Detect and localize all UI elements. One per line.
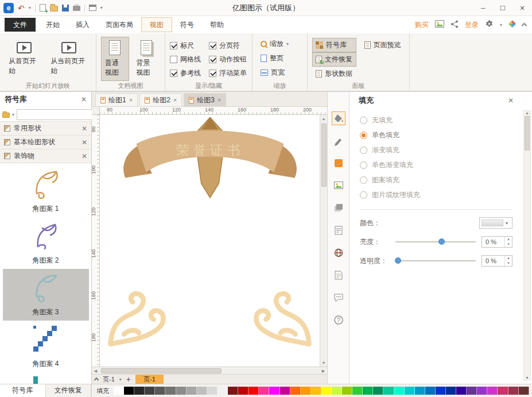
maximize-button[interactable]: ☐ (493, 0, 512, 16)
file-recovery-button[interactable]: 文件恢复 (312, 52, 356, 67)
tab-page-layout[interactable]: 页面布局 (98, 17, 141, 33)
close-section-icon[interactable]: ✕ (81, 152, 87, 160)
palette-swatch[interactable] (394, 387, 405, 395)
radio-pattern-fill[interactable]: 图案填充 (360, 172, 512, 187)
radio-solid-gradient-fill[interactable]: 单色渐变填充 (360, 157, 512, 172)
palette-swatch[interactable] (301, 387, 311, 395)
buy-button[interactable]: 购买 (415, 20, 429, 30)
gear-icon[interactable] (485, 20, 494, 30)
palette-swatch[interactable] (436, 387, 446, 395)
checkbox-icon[interactable] (170, 70, 177, 77)
vertical-scrollbar[interactable]: ▲ ▼ (320, 115, 327, 367)
radio-icon[interactable] (360, 117, 367, 124)
normal-view-button[interactable]: 普通视图 (101, 37, 129, 81)
certificate-banner-shape[interactable]: 荣誉证书 (106, 116, 314, 202)
close-fill-panel-icon[interactable]: ✕ (508, 97, 514, 105)
palette-swatch[interactable] (228, 387, 238, 395)
checkbox-icon[interactable] (209, 42, 216, 49)
palette-swatch[interactable] (342, 387, 352, 395)
palette-swatch[interactable] (508, 387, 519, 395)
palette-swatch[interactable] (187, 387, 197, 395)
doc-tab-drawing3[interactable]: 绘图3 × (184, 93, 226, 106)
palette-swatch[interactable] (311, 387, 321, 395)
checkbox-guides[interactable]: 参考线 (170, 66, 201, 80)
color-swatch-button[interactable] (332, 156, 345, 170)
document-properties-button[interactable] (332, 223, 345, 237)
palette-swatch[interactable] (383, 387, 394, 395)
palette-swatch[interactable] (114, 387, 124, 395)
tab-home[interactable]: 开始 (38, 17, 68, 33)
checkbox-ruler[interactable]: 标尺 (170, 38, 201, 52)
palette-swatch[interactable] (467, 387, 477, 395)
open-file-icon[interactable] (50, 6, 58, 11)
save-icon[interactable] (62, 5, 69, 11)
brightness-slider[interactable] (395, 236, 476, 248)
checkbox-floating-menu[interactable]: 浮动菜单 (209, 66, 247, 80)
palette-swatch[interactable] (373, 387, 383, 395)
palette-swatch[interactable] (363, 387, 373, 395)
spin-up-icon[interactable]: ▲ (505, 237, 512, 242)
scrollbar-thumb[interactable] (321, 124, 327, 187)
symbol-corner-pattern-5-partial[interactable] (3, 372, 89, 384)
palette-swatch[interactable] (134, 387, 145, 395)
add-page-button[interactable]: + (126, 375, 131, 384)
close-section-icon[interactable]: ✕ (81, 138, 87, 147)
palette-swatch[interactable] (155, 387, 165, 395)
quickbar-dropdown-icon[interactable]: ▾ (29, 5, 31, 10)
slider-handle[interactable] (395, 257, 401, 264)
radio-solid-fill[interactable]: 单色填充 (360, 128, 512, 142)
note-page-button[interactable] (332, 268, 345, 282)
radio-picture-fill[interactable]: 图片或纹理填充 (360, 187, 512, 202)
palette-swatch[interactable] (498, 387, 508, 395)
scroll-down-icon[interactable]: ▼ (525, 376, 529, 380)
scrollbar-thumb[interactable] (525, 116, 530, 151)
tab-symbol[interactable]: 符号 (172, 17, 202, 33)
radio-icon[interactable] (360, 147, 367, 154)
palette-swatch[interactable] (415, 387, 425, 395)
palette-swatch[interactable] (218, 387, 228, 395)
palette-swatch[interactable] (280, 387, 290, 395)
palette-swatch[interactable] (456, 387, 467, 395)
transparency-spinner[interactable]: 0 % ▲▼ (481, 255, 512, 267)
insert-image-button[interactable] (332, 179, 345, 192)
help-button[interactable]: ? (332, 313, 345, 327)
checkbox-icon[interactable] (209, 70, 216, 77)
close-section-icon[interactable]: ✕ (81, 125, 87, 133)
page-width-button[interactable]: 页宽 (257, 65, 302, 80)
palette-swatch[interactable] (487, 387, 498, 395)
symbol-corner-pattern-2[interactable]: 角图案 2 (3, 217, 89, 269)
palette-swatch[interactable] (425, 387, 436, 395)
palette-swatch[interactable] (332, 387, 342, 395)
color-dropdown[interactable]: ▼ (479, 217, 512, 229)
edraw-logo-icon[interactable]: e (3, 3, 14, 13)
symbol-library-button[interactable]: 符号库 (312, 38, 356, 52)
spin-down-icon[interactable]: ▼ (505, 242, 512, 247)
close-button[interactable]: ✕ (512, 0, 532, 16)
bottom-tab-symbol-library[interactable]: 符号库 (0, 384, 46, 397)
panel-scrollbar[interactable]: ▲ ▼ (523, 110, 531, 380)
doc-tab-drawing2[interactable]: 绘图2 × (139, 93, 182, 106)
line-tool-button[interactable] (332, 134, 345, 148)
checkbox-icon[interactable] (170, 56, 177, 63)
drawing-page[interactable]: 荣誉证书 (100, 115, 320, 367)
palette-swatch[interactable] (321, 387, 332, 395)
close-tab-icon[interactable]: × (173, 97, 177, 103)
close-tab-icon[interactable]: × (129, 97, 133, 103)
tab-insert[interactable]: 插入 (68, 17, 98, 33)
radio-no-fill[interactable]: 无填充 (360, 113, 512, 128)
page-nav-up-icon[interactable] (94, 377, 99, 382)
gear-dropdown-icon[interactable]: ▾ (500, 22, 502, 28)
undo-icon[interactable]: ↶ (18, 3, 25, 13)
scroll-left-icon[interactable]: ◀ (92, 367, 99, 375)
palette-swatch[interactable] (519, 387, 529, 395)
section-basic-drawing-shapes[interactable]: 基本绘图形状 ✕ (0, 135, 91, 149)
window-layout-icon[interactable] (89, 5, 96, 11)
radio-icon[interactable] (360, 132, 367, 139)
checkbox-icon[interactable] (170, 42, 177, 49)
slider-handle[interactable] (438, 238, 445, 245)
fill-tool-button[interactable] (332, 111, 345, 125)
corner-flourish-right[interactable] (246, 272, 314, 352)
login-button[interactable]: 登录 (465, 20, 479, 30)
collapse-ribbon-icon[interactable] (522, 23, 527, 29)
radio-gradient-fill[interactable]: 渐变填充 (360, 142, 512, 157)
